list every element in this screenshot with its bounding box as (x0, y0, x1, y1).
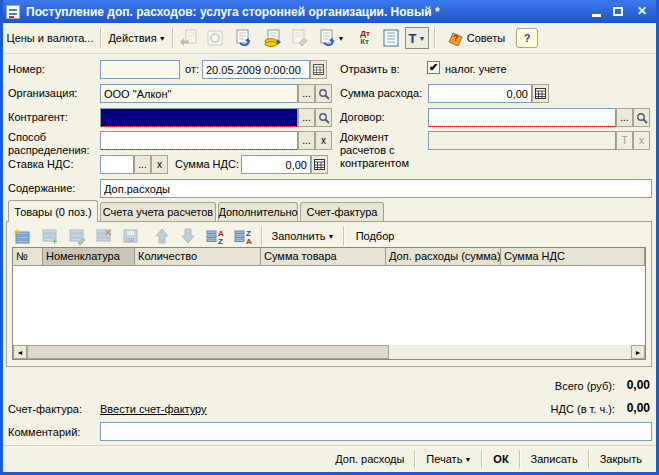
scrollbar-track[interactable] (389, 345, 631, 359)
enter-invoice-link[interactable]: Ввести счет-фактуру (100, 403, 207, 415)
copy-document-button[interactable] (231, 27, 255, 49)
scrollbar-thumb[interactable] (27, 345, 389, 359)
organization-select-button[interactable]: ... (298, 84, 315, 103)
content-label: Содержание: (8, 182, 75, 195)
expense-calculator-button[interactable] (532, 84, 549, 103)
sort-az-icon: AZ (205, 227, 225, 245)
horizontal-scrollbar[interactable]: ◄ ► (13, 345, 645, 359)
calculator-icon (314, 159, 325, 170)
tab-invoice[interactable]: Счет-фактура (300, 202, 384, 221)
toolbar-separator (100, 28, 102, 48)
column-header-extra-expenses[interactable]: Доп. расходы (сумма) (386, 248, 501, 266)
distribution-method-input[interactable] (100, 131, 298, 150)
contract-open-button[interactable] (633, 108, 650, 127)
reread-document-button (177, 27, 201, 49)
number-input[interactable] (100, 60, 180, 79)
toolbar: Цены и валюта... Действия ▼ ▼ Дт (0, 23, 659, 54)
vat-sum-calculator-button[interactable] (311, 155, 328, 174)
tab-settlement-accounts[interactable]: Счета учета расчетов (100, 202, 216, 221)
contract-input[interactable] (428, 108, 616, 127)
chevron-down-icon: ▼ (464, 456, 471, 463)
save-label: Записать (531, 453, 578, 465)
column-header-document[interactable]: Доку (645, 248, 646, 266)
pick-button[interactable]: Подбор (349, 225, 401, 247)
counterparty-input[interactable] (100, 108, 298, 127)
ellipsis-icon: ... (138, 160, 146, 170)
refresh-button (203, 27, 227, 49)
add-row-icon: ✶ (13, 227, 33, 245)
close-label: Закрыть (600, 453, 642, 465)
date-input[interactable] (202, 60, 310, 79)
tab-additional[interactable]: Дополнительно (218, 202, 298, 221)
grid-body[interactable] (13, 266, 645, 345)
chevron-down-icon: ▼ (419, 35, 426, 42)
description-button[interactable]: Т ▼ (405, 27, 429, 49)
tips-button[interactable]: ? Советы (440, 26, 512, 50)
date-calendar-button[interactable] (310, 60, 327, 79)
column-header-goods-sum[interactable]: Сумма товара (261, 248, 386, 266)
letter-t-icon: Т (409, 31, 417, 46)
organization-input[interactable] (100, 84, 298, 103)
vat-rate-input[interactable] (100, 155, 134, 174)
counterparty-open-button[interactable] (315, 108, 332, 127)
titlebar[interactable]: Поступление доп. расходов: услуга сторон… (0, 0, 659, 23)
column-header-quantity[interactable]: Количество (135, 248, 261, 266)
svg-text:?: ? (453, 33, 459, 43)
vat-sum-input[interactable] (241, 155, 311, 174)
organization-open-button[interactable] (315, 84, 332, 103)
vat-sum-label: Сумма НДС: (175, 158, 239, 171)
chevron-down-icon: ▼ (328, 233, 335, 240)
extra-expenses-button[interactable]: Доп. расходы (325, 448, 414, 470)
column-header-vat-sum[interactable]: Сумма НДС (501, 248, 645, 266)
create-based-on-button[interactable]: ▼ (315, 27, 347, 49)
vat-rate-clear-button[interactable]: x (151, 155, 168, 174)
edit-row-button (65, 225, 89, 247)
minimize-button[interactable] (587, 3, 605, 19)
comment-label: Комментарий: (8, 426, 80, 439)
close-window-button[interactable]: Закрыть (590, 448, 652, 470)
tab-goods[interactable]: Товары (0 поз.) (8, 200, 98, 222)
arrow-down-icon (181, 228, 195, 244)
post-document-button[interactable] (261, 27, 285, 49)
distribution-clear-button[interactable]: x (315, 131, 332, 150)
save-button[interactable]: Записать (521, 448, 588, 470)
prices-currency-label: Цены и валюта... (7, 32, 94, 44)
number-label: Номер: (8, 63, 45, 76)
tab-invoice-label: Счет-фактура (307, 206, 378, 218)
footer-bar: Доп. расходы Печать ▼ ОК Записать Закрыт… (3, 445, 656, 472)
vat-rate-select-button[interactable]: ... (134, 155, 151, 174)
ok-button[interactable]: ОК (483, 448, 518, 470)
close-button[interactable]: ✕ (633, 3, 651, 19)
counterparty-select-button[interactable]: ... (298, 108, 315, 127)
actions-button[interactable]: Действия ▼ (105, 26, 169, 50)
window-title: Поступление доп. расходов: услуга сторон… (26, 5, 440, 19)
scroll-right-button[interactable]: ► (631, 345, 645, 359)
clear-x-icon: x (639, 136, 644, 146)
tax-accounting-checkbox[interactable]: ✔ (427, 61, 440, 74)
add-row-button[interactable]: ✶ (11, 225, 35, 247)
print-button[interactable]: Печать ▼ (416, 448, 481, 470)
column-header-number[interactable]: № (13, 248, 43, 266)
maximize-button[interactable] (609, 3, 627, 19)
doc-copy-icon (234, 29, 252, 47)
expense-sum-input[interactable] (428, 84, 532, 103)
dt-kt-postings-button[interactable]: Дт Кт (353, 27, 377, 49)
prices-currency-button[interactable]: Цены и валюта... (4, 26, 96, 50)
sort-descending-button[interactable]: ZA (231, 225, 255, 247)
grid-toolbar-separator (261, 226, 263, 246)
distribution-select-button[interactable]: ... (298, 131, 315, 150)
sort-ascending-button[interactable]: AZ (203, 225, 227, 247)
move-row-down-button (176, 225, 200, 247)
help-button[interactable]: ? (516, 28, 538, 48)
clear-x-icon: x (157, 160, 162, 170)
scroll-left-button[interactable]: ◄ (13, 345, 27, 359)
document-journal-button[interactable] (379, 27, 403, 49)
contract-select-button[interactable]: ... (616, 108, 633, 127)
comment-input[interactable] (100, 422, 652, 441)
doc-post-icon (264, 29, 282, 47)
fill-button[interactable]: Заполнить ▼ (267, 225, 339, 247)
content-input[interactable] (100, 179, 652, 198)
column-header-nomenclature[interactable]: Номенклатура (43, 248, 135, 266)
dt-kt-icon: Дт Кт (360, 30, 370, 46)
window-border-left (0, 0, 3, 475)
